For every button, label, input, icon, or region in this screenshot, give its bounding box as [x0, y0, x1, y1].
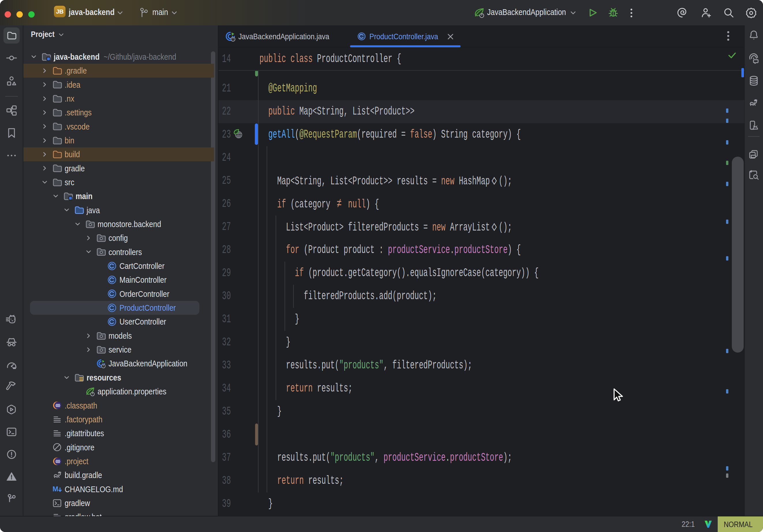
svg-text:M: M: [53, 485, 58, 493]
